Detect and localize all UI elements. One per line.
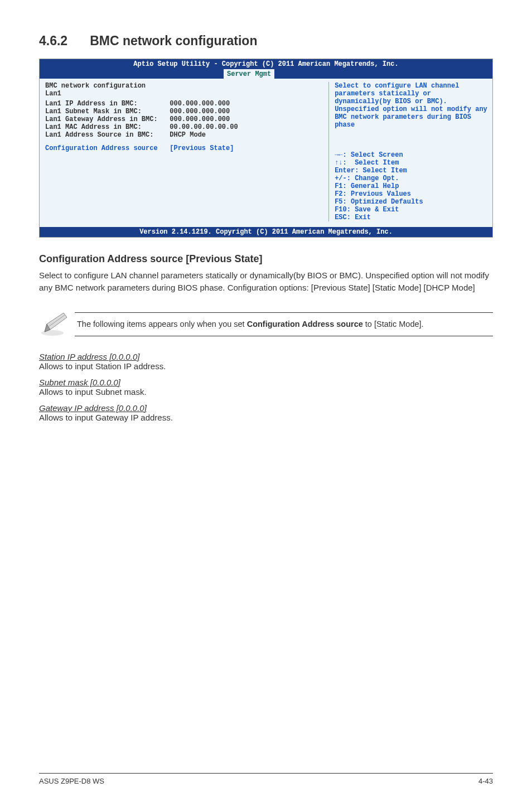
bios-right-pane: Select to configure LAN channel paramete… [328,82,488,221]
bios-field-value: 000.000.000.000 [170,115,230,123]
bios-key-row: ESC: Exit [335,214,488,221]
bios-field-label: Lan1 Address Source in BMC: [45,131,153,139]
bios-config-label: Configuration Address source [45,144,158,152]
setting-item: Station IP address [0.0.0.0] Allows to i… [39,352,493,371]
bios-key-row: F10: Save & Exit [335,206,488,214]
config-body: Select to configure LAN channel paramete… [39,269,493,294]
note-content: The following items appears only when yo… [75,312,493,336]
bios-key-row: +/-: Change Opt. [335,175,488,182]
bios-header: Aptio Setup Utility - Copyright (C) 2011… [40,59,492,69]
bios-tab-server-mgmt[interactable]: Server Mgmt [224,69,274,79]
bios-field-value: 000.000.000.000 [170,100,230,108]
section-number: 4.6.2 [39,33,67,49]
section-heading: 4.6.2BMC network configuration [39,33,493,49]
bios-key-hints: →←: Select Screen ↑↓: Select Item Enter:… [335,151,488,221]
bios-key-row: F5: Optimized Defaults [335,198,488,206]
note-suffix: to [Static Mode]. [363,320,424,328]
item-body: Allows to input Gateway IP address. [39,413,493,422]
footer-left: ASUS Z9PE-D8 WS [39,777,104,785]
note-block: The following items appears only when yo… [39,310,493,340]
bios-key-row: Enter: Select Item [335,167,488,175]
bios-field-row: Lan1 MAC Address in BMC: 00.00.00.00.00.… [45,123,324,131]
bios-help-text: Select to configure LAN channel paramete… [335,82,488,129]
bios-config-value: [Previous State] [170,144,234,152]
bios-body: BMC network configuration Lan1 Lan1 IP A… [40,79,492,227]
setting-item: Gateway IP address [0.0.0.0] Allows to i… [39,403,493,422]
bios-field-value: 00.00.00.00.00.00 [170,123,238,131]
bios-field-row: Lan1 IP Address in BMC: 000.000.000.000 [45,100,324,108]
bios-left-pane: BMC network configuration Lan1 Lan1 IP A… [45,82,328,221]
bios-field-row: Lan1 Gateway Address in BMC: 000.000.000… [45,115,324,123]
bios-field-row: Lan1 Subnet Mask in BMC: 000.000.000.000 [45,108,324,115]
item-body: Allows to input Subnet mask. [39,387,493,397]
item-title: Gateway IP address [0.0.0.0] [39,403,493,413]
bios-key-row: →←: Select Screen [335,151,488,159]
item-title: Station IP address [0.0.0.0] [39,352,493,361]
note-bold: Configuration Address source [247,320,363,328]
setting-item: Subnet mask [0.0.0.0] Allows to input Su… [39,378,493,397]
bios-key-row: F1: General Help [335,182,488,190]
bios-field-value: DHCP Mode [170,131,206,139]
bios-field-label: Lan1 MAC Address in BMC: [45,123,142,131]
bios-field-label: Lan1 IP Address in BMC: [45,100,138,108]
bios-config-row[interactable]: Configuration Address source [Previous S… [45,144,324,152]
bios-lan-label: Lan1 [45,90,324,98]
bios-field-label: Lan1 Subnet Mask in BMC: [45,108,142,115]
bios-key-row: F2: Previous Values [335,190,488,198]
bios-panel: Aptio Setup Utility - Copyright (C) 2011… [39,59,493,238]
bios-field-value: 000.000.000.000 [170,108,230,115]
note-prefix: The following items appears only when yo… [77,320,247,328]
pencil-icon [39,310,75,340]
spacer [45,139,324,144]
item-body: Allows to input Station IP address. [39,361,493,371]
footer-right: 4-43 [478,777,493,785]
bios-footer: Version 2.14.1219. Copyright (C) 2011 Am… [40,227,492,237]
bios-left-title: BMC network configuration [45,82,324,90]
bios-field-label: Lan1 Gateway Address in BMC: [45,115,158,123]
bios-tab-row: Server Mgmt [40,69,492,79]
bios-key-row: ↑↓: Select Item [335,159,488,167]
config-subheading: Configuration Address source [Previous S… [39,253,493,265]
section-title-text: BMC network configuration [90,33,257,48]
item-title: Subnet mask [0.0.0.0] [39,378,493,387]
page-footer: ASUS Z9PE-D8 WS 4-43 [39,773,493,785]
bios-field-row: Lan1 Address Source in BMC: DHCP Mode [45,131,324,139]
